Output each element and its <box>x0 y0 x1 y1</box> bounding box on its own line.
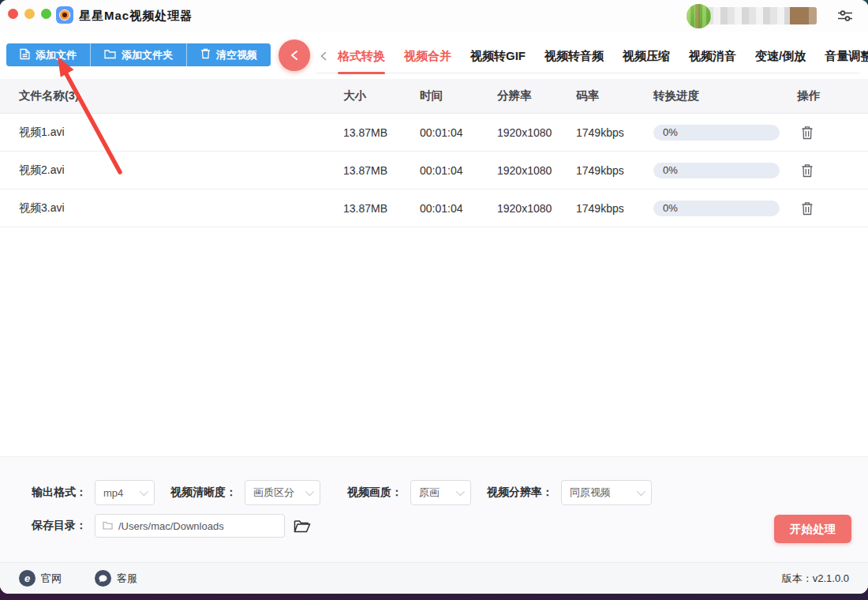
file-bitrate: 1749kbps <box>576 164 653 177</box>
settings-row-1: 输出格式： mp4 视频清晰度： 画质区分 视频画质： 原画 视频分辨率： 同原… <box>32 480 652 505</box>
file-time: 00:01:04 <box>420 202 497 215</box>
table-row: 视频3.avi 13.87MB 00:01:04 1920x1080 1749k… <box>0 189 868 227</box>
add-file-label: 添加文件 <box>36 48 77 62</box>
output-format-select[interactable]: mp4 <box>95 480 155 505</box>
website-icon: e <box>19 570 36 587</box>
tabs-scroll-left-icon[interactable] <box>320 51 327 61</box>
settings-sliders-icon[interactable] <box>836 7 854 24</box>
file-name: 视频2.avi <box>0 163 343 178</box>
save-dir-input[interactable]: /Users/mac/Downloads <box>95 514 285 538</box>
file-resolution: 1920x1080 <box>497 126 576 139</box>
quality-label: 视频画质： <box>347 486 402 500</box>
progress-label: 0% <box>663 202 678 214</box>
tab-video-to-audio[interactable]: 视频转音频 <box>544 39 604 73</box>
tab-speed-reverse[interactable]: 变速/倒放 <box>755 39 806 73</box>
save-dir-label: 保存目录： <box>32 519 87 533</box>
support-label: 客服 <box>117 572 137 586</box>
progress-label: 0% <box>663 126 678 138</box>
clarity-value: 画质区分 <box>253 486 294 500</box>
header-bitrate: 码率 <box>576 88 653 103</box>
close-window-button[interactable] <box>8 9 18 19</box>
quality-value: 原画 <box>419 486 440 500</box>
header-progress: 转换进度 <box>653 88 797 103</box>
folder-icon <box>104 49 116 62</box>
clarity-label: 视频清晰度： <box>170 486 237 500</box>
official-site-label: 官网 <box>41 572 62 586</box>
file-name: 视频3.avi <box>0 201 343 216</box>
tab-format-convert[interactable]: 格式转换 <box>338 39 385 73</box>
user-account[interactable] <box>687 3 819 28</box>
feature-tabs: 格式转换 视频合并 视频转GIF 视频转音频 视频压缩 视频消音 变速/倒放 音… <box>316 39 860 73</box>
titlebar: 星星Mac视频处理器 <box>0 0 868 32</box>
app-window: 星星Mac视频处理器 添加文件 <box>0 0 868 594</box>
username-redacted <box>706 7 817 24</box>
add-folder-button[interactable]: 添加文件夹 <box>90 43 186 66</box>
chat-bubble-icon <box>95 570 111 587</box>
avatar[interactable] <box>687 4 711 28</box>
file-size: 13.87MB <box>343 202 420 215</box>
header-time: 时间 <box>420 88 497 103</box>
clarity-select[interactable]: 画质区分 <box>245 480 320 505</box>
table-row: 视频2.avi 13.87MB 00:01:04 1920x1080 1749k… <box>0 152 868 189</box>
document-icon <box>20 48 30 62</box>
chevron-down-icon <box>637 487 645 496</box>
file-resolution: 1920x1080 <box>497 164 576 177</box>
version-text: 版本：v2.1.0.0 <box>782 572 849 586</box>
save-dir-value: /Users/mac/Downloads <box>118 520 224 532</box>
file-time: 00:01:04 <box>420 126 497 139</box>
start-processing-button[interactable]: 开始处理 <box>774 515 851 543</box>
file-time: 00:01:04 <box>420 164 497 177</box>
chevron-down-icon <box>456 487 465 496</box>
file-size: 13.87MB <box>343 126 420 139</box>
header-resolution: 分辨率 <box>497 88 576 103</box>
footer: e 官网 客服 版本：v2.1.0.0 <box>0 562 868 594</box>
clear-videos-button[interactable]: 清空视频 <box>186 43 271 66</box>
minimize-window-button[interactable] <box>24 9 35 19</box>
tabs-back-circle-button[interactable] <box>279 39 310 71</box>
zoom-window-button[interactable] <box>41 9 51 19</box>
file-bitrate: 1749kbps <box>576 126 653 139</box>
official-site-link[interactable]: e 官网 <box>19 570 62 587</box>
file-bitrate: 1749kbps <box>576 202 653 215</box>
delete-row-button[interactable] <box>799 124 816 141</box>
add-folder-label: 添加文件夹 <box>122 48 173 62</box>
header-size: 大小 <box>343 88 420 103</box>
tab-volume-adjust[interactable]: 音量调整 <box>825 39 868 73</box>
customer-support-link[interactable]: 客服 <box>95 570 137 587</box>
header-file-name: 文件名称(3) <box>0 88 343 103</box>
table-row: 视频1.avi 13.87MB 00:01:04 1920x1080 1749k… <box>0 114 868 152</box>
settings-row-2: 保存目录： /Users/mac/Downloads <box>32 514 312 538</box>
traffic-lights <box>8 9 51 19</box>
add-file-button[interactable]: 添加文件 <box>6 43 90 66</box>
video-file-table: 文件名称(3) 大小 时间 分辨率 码率 转换进度 操作 视频1.avi 13.… <box>0 79 868 227</box>
app-title: 星星Mac视频处理器 <box>79 9 193 24</box>
delete-row-button[interactable] <box>799 200 816 217</box>
progress-bar: 0% <box>653 163 780 178</box>
app-logo-icon <box>56 6 73 24</box>
resolution-select[interactable]: 同原视频 <box>561 480 652 505</box>
progress-label: 0% <box>663 164 678 176</box>
table-header-row: 文件名称(3) 大小 时间 分辨率 码率 转换进度 操作 <box>0 79 868 114</box>
quality-select[interactable]: 原画 <box>410 480 471 505</box>
output-format-label: 输出格式： <box>32 486 87 500</box>
trash-icon <box>200 48 211 62</box>
output-settings-panel: 输出格式： mp4 视频清晰度： 画质区分 视频画质： 原画 视频分辨率： 同原… <box>0 456 868 562</box>
tab-video-mute[interactable]: 视频消音 <box>689 39 736 73</box>
progress-bar: 0% <box>653 125 780 141</box>
tab-video-compress[interactable]: 视频压缩 <box>623 39 670 73</box>
chevron-down-icon <box>305 487 314 496</box>
clear-videos-label: 清空视频 <box>216 48 257 62</box>
output-format-value: mp4 <box>103 487 123 499</box>
file-size: 13.87MB <box>343 164 420 177</box>
delete-row-button[interactable] <box>799 162 816 179</box>
chevron-down-icon <box>140 487 148 496</box>
header-action: 操作 <box>797 88 868 103</box>
tab-video-merge[interactable]: 视频合并 <box>404 39 451 73</box>
tab-video-to-gif[interactable]: 视频转GIF <box>470 39 526 73</box>
browse-folder-button[interactable] <box>294 517 312 534</box>
file-actions-group: 添加文件 添加文件夹 清空视频 <box>6 43 271 66</box>
file-resolution: 1920x1080 <box>497 202 576 215</box>
resolution-label: 视频分辨率： <box>487 486 553 500</box>
file-name: 视频1.avi <box>0 126 343 140</box>
resolution-value: 同原视频 <box>570 486 611 500</box>
